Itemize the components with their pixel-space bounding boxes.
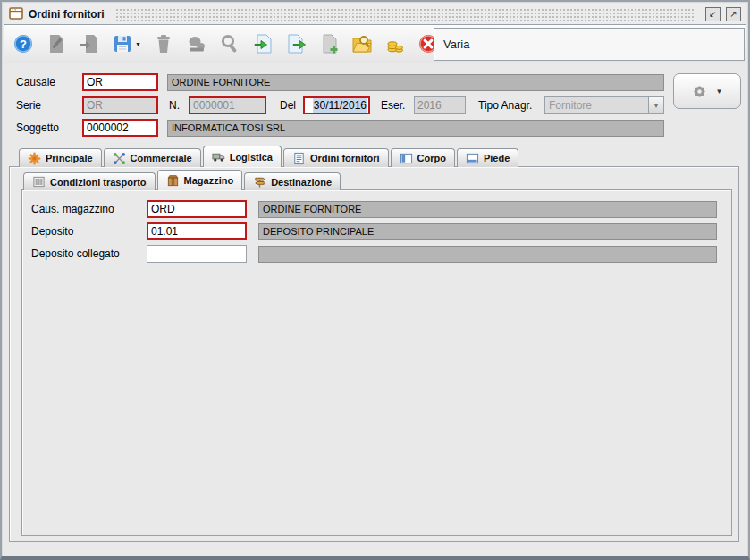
- tab-label: Commerciale: [131, 153, 192, 163]
- tab-label: Piede: [484, 153, 510, 163]
- titlebar-texture: [115, 8, 695, 21]
- soggetto-description: INFORMATICA TOSI SRL: [167, 120, 664, 137]
- tab-label: Logistica: [230, 152, 273, 163]
- causale-input[interactable]: [82, 73, 158, 91]
- restore-icon[interactable]: ↙: [705, 7, 721, 21]
- edit-document-icon: [46, 32, 67, 55]
- numero-input: [189, 96, 266, 114]
- serie-label: Serie: [16, 96, 41, 114]
- tipo-anagr-label: Tipo Anagr.: [478, 96, 532, 114]
- tipo-anagr-value: Fornitore: [549, 99, 592, 112]
- deposito-collegato-description: [258, 246, 717, 263]
- tab-logistica[interactable]: Logistica: [203, 146, 282, 167]
- layout-left-icon: [400, 152, 413, 165]
- caus-magazzino-label: Caus. magazzino: [31, 200, 114, 218]
- tab-label: Destinazione: [271, 177, 332, 188]
- magazzino-tab-panel: [21, 189, 732, 536]
- deposito-description: DEPOSITO PRINCIPALE: [258, 223, 717, 240]
- caus-magazzino-input[interactable]: [147, 200, 247, 218]
- window-icon: [9, 7, 23, 22]
- subtab-destinazione[interactable]: Destinazione: [244, 172, 341, 190]
- numero-label: N.: [169, 96, 180, 114]
- deposito-collegato-input[interactable]: [147, 245, 247, 263]
- status-box: Varia: [434, 28, 745, 61]
- signpost-icon: [253, 175, 266, 188]
- search-magnifier-icon: [219, 32, 240, 55]
- coins-icon[interactable]: [384, 32, 406, 55]
- window-title: Ordini fornitori: [29, 8, 105, 21]
- status-text: Varia: [443, 38, 469, 51]
- deposito-label: Deposito: [31, 222, 73, 240]
- save-dropdown-caret[interactable]: ▼: [135, 41, 141, 47]
- tab-ordini-fornitori[interactable]: Ordini fornitori: [283, 148, 389, 167]
- help-icon[interactable]: ?: [13, 32, 34, 55]
- export-document-icon[interactable]: [285, 32, 307, 55]
- ordini-fornitori-window: Ordini fornitori ↙ ↗ ?▼ Varia Causale OR…: [0, 0, 750, 560]
- del-date-input[interactable]: 30/11/2016: [303, 96, 370, 114]
- tab-corpo[interactable]: Corpo: [391, 148, 455, 167]
- tab-piede[interactable]: Piede: [457, 148, 518, 167]
- delete-trash-icon: [153, 32, 174, 55]
- title-bar: Ordini fornitori ↙ ↗: [4, 4, 746, 25]
- del-label: Del: [280, 96, 296, 114]
- settings-dropdown-caret: ▼: [716, 88, 723, 96]
- tab-label: Principale: [46, 153, 93, 163]
- revert-document-icon: [79, 32, 100, 55]
- deposito-collegato-label: Deposito collegato: [31, 245, 120, 263]
- gear-icon: [692, 84, 707, 99]
- main-tabs: PrincipaleCommercialeLogisticaOrdini for…: [19, 146, 518, 167]
- soggetto-input[interactable]: [82, 119, 158, 137]
- toolbar-buttons: ?▼: [13, 32, 439, 55]
- layout-bottom-icon: [466, 152, 479, 165]
- asterisk-icon: [28, 152, 41, 165]
- import-document-icon[interactable]: [252, 32, 274, 55]
- columns-icon: [32, 175, 46, 188]
- causale-description: ORDINE FORNITORE: [167, 74, 664, 91]
- subtab-magazzino[interactable]: Magazzino: [157, 170, 243, 190]
- tab-commerciale[interactable]: Commerciale: [104, 148, 201, 167]
- truck-icon: [212, 150, 225, 163]
- deposito-input[interactable]: [147, 222, 247, 240]
- tab-label: Ordini fornitori: [310, 153, 380, 163]
- tab-label: Corpo: [417, 153, 446, 163]
- document-list-icon: [292, 152, 306, 165]
- subtab-condizioni-trasporto[interactable]: Condizioni trasporto: [23, 172, 156, 190]
- maximize-icon[interactable]: ↗: [726, 7, 741, 21]
- tab-label: Magazzino: [184, 175, 234, 186]
- sub-tabs: Condizioni trasportoMagazzinoDestinazion…: [23, 170, 341, 190]
- box-icon: [166, 174, 180, 188]
- soggetto-label: Soggetto: [16, 119, 59, 137]
- del-date-value: 30/11/2016: [313, 98, 367, 113]
- tools-icon: [186, 32, 207, 55]
- tab-label: Condizioni trasporto: [50, 177, 147, 188]
- tipo-anagr-select: Fornitore ▼: [544, 96, 664, 114]
- esercizio-label: Eser.: [381, 96, 405, 114]
- folder-search-icon[interactable]: [351, 32, 373, 55]
- caus-magazzino-description: ORDINE FORNITORE: [258, 201, 717, 218]
- serie-input: [82, 96, 158, 114]
- svg-text:?: ?: [20, 38, 27, 51]
- network-icon: [113, 152, 126, 165]
- chevron-down-icon: ▼: [648, 97, 663, 113]
- save-icon[interactable]: ▼: [112, 32, 141, 55]
- esercizio-input: [414, 96, 466, 114]
- tab-principale[interactable]: Principale: [19, 148, 102, 167]
- settings-button[interactable]: ▼: [673, 73, 741, 109]
- causale-label: Causale: [16, 73, 55, 91]
- new-document-icon: [318, 32, 340, 55]
